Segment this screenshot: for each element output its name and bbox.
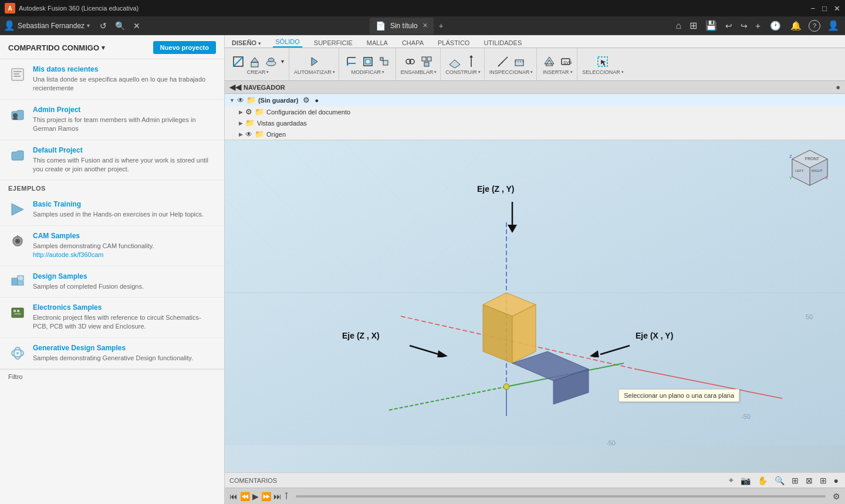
section-button[interactable] [512,54,527,69]
recent-data-item[interactable]: Mis datos recientes Una lista donde se e… [0,59,224,100]
plastic-tab[interactable]: PLÁSTICO [435,38,472,48]
surface-tab[interactable]: SUPERFICIE [312,38,355,48]
settings-button[interactable]: ⚙ [833,492,840,501]
play-button[interactable]: ▶ [252,492,259,501]
design-samples-item[interactable]: Design Samples Samples of completed Fusi… [0,266,224,297]
help-button[interactable]: ? [809,20,820,32]
shell-button[interactable] [360,54,376,69]
measure-button[interactable] [495,54,511,69]
close-toolbar-button[interactable]: ✕ [130,19,143,32]
fillet-button[interactable] [344,54,359,69]
solid-tab[interactable]: SÓLIDO [273,37,302,48]
default-project-item[interactable]: Default Project This comes with Fusion a… [0,140,224,181]
save-button[interactable]: 💾 [702,18,720,33]
select-box-button[interactable] [595,54,610,69]
redo-button[interactable]: ↪ [738,19,751,32]
basic-training-item[interactable]: Basic Training Samples used in the Hands… [0,194,224,225]
play-next-button[interactable]: ⏩ [261,492,271,501]
nav-saved-arrow[interactable]: ▶ [239,120,243,126]
minimize-button[interactable]: − [811,4,816,13]
electronics-samples-icon [8,303,27,322]
notifications-button[interactable]: 🔔 [788,19,804,32]
nav-unsaved-item[interactable]: ▼ 👁 📁 (Sin guardar) ⚙ ● [225,94,845,106]
automatizar-section: AUTOMATIZAR ▾ [290,48,339,80]
timeline[interactable] [296,495,826,498]
cam-samples-item[interactable]: CAM Samples Samples demonstrating CAM fu… [0,226,224,266]
svg-text:X: X [825,175,829,181]
nav-origin-item[interactable]: ▶ 👁 📁 Origen [225,128,845,140]
close-button[interactable]: ✕ [834,4,840,13]
undo-button[interactable]: ↩ [722,19,735,32]
sheet-tab[interactable]: CHAPA [400,38,426,48]
svg-point-31 [410,59,414,64]
clock-button[interactable]: 🕐 [768,19,783,32]
svg-rect-2 [13,73,19,75]
nav-saved-views-item[interactable]: ▶ 📁 Vistas guardadas [225,117,845,128]
modificar-label: MODIFICAR ▾ [351,69,384,75]
extrude-button[interactable] [247,54,262,69]
insert-svg-button[interactable]: SVG [558,54,573,69]
nav-eye-icon[interactable]: 👁 [237,96,244,104]
toolbar-right: + 🕐 🔔 ? 👤 [753,19,841,32]
electronics-samples-item[interactable]: Electronics Samples Electronic project f… [0,297,224,338]
nav-config-settings-icon[interactable]: ⚙ [245,107,252,116]
plane-button[interactable] [447,54,462,69]
new-project-button[interactable]: Nuevo proyecto [153,41,216,54]
viewport[interactable]: 100 50 -50 -100 -50 -150 Eje (Z , Y) Eje… [225,140,845,472]
grid-button[interactable]: ⊠ [804,475,814,486]
doc-close-icon[interactable]: ✕ [422,22,428,29]
generative-design-item[interactable]: Generative Design Samples Samples demons… [0,338,224,369]
scale-button[interactable] [377,54,392,69]
svg-point-7 [15,239,20,243]
home-button[interactable]: ⌂ [673,19,685,33]
user-chevron-icon[interactable]: ▾ [87,22,90,29]
script-button[interactable] [307,54,322,69]
nav-origin-arrow[interactable]: ▶ [239,131,243,137]
joint-button[interactable] [403,54,418,69]
view-cube[interactable]: FRONT RIGHT LEFT X Z Y [786,147,833,194]
svg-rect-34 [424,62,429,66]
maximize-button[interactable]: □ [822,4,827,13]
utilities-tab[interactable]: UTILIDADES [481,38,524,48]
nav-origin-eye-icon[interactable]: 👁 [245,130,252,138]
zoom-button[interactable]: 🔍 [773,475,786,486]
pan-button[interactable]: ✋ [756,475,769,486]
svg-line-20 [234,57,243,66]
camera-button[interactable]: 📷 [739,475,752,486]
display-mode-button[interactable]: ⊞ [790,475,800,486]
view-mode-button[interactable]: ⊞ [818,475,829,486]
nav-settings-icon[interactable]: ⚙ [303,96,310,104]
nav-unsaved-arrow[interactable]: ▼ [229,97,235,103]
revolve-button[interactable] [263,54,279,69]
nav-config-arrow[interactable]: ▶ [239,109,243,115]
mesh-tab[interactable]: MALLA [364,38,390,48]
design-btn[interactable]: DISEÑO ▾ [229,38,263,48]
svg-text:LEFT: LEFT [795,169,804,172]
svg-text:RIGHT: RIGHT [812,169,823,172]
cam-link[interactable]: http://autode.sk/f360cam [33,251,103,258]
apps-button[interactable]: ⊞ [687,18,700,33]
search-button[interactable]: 🔍 [112,19,128,32]
shared-chevron-icon[interactable]: ▾ [102,44,105,52]
nav-controls-button[interactable]: ⌖ [727,475,735,486]
grid-canvas: 100 50 -50 -100 -50 -150 [225,140,845,445]
insert-mesh-button[interactable] [542,54,557,69]
cam-samples-info: CAM Samples Samples demonstrating CAM fu… [33,232,216,260]
play-first-button[interactable]: ⏮ [229,492,238,501]
comments-close-icon[interactable]: ● [832,475,840,486]
filter-timeline-button[interactable]: ⊺ [284,491,289,502]
navigator-back-icon[interactable]: ◀◀ [229,83,241,92]
crear-more-button[interactable]: ▾ [280,57,285,66]
navigator-close-icon[interactable]: ● [836,83,840,92]
add-tab-button[interactable]: + [436,19,447,32]
refresh-button[interactable]: ↺ [97,19,110,32]
play-last-button[interactable]: ⏭ [273,492,282,501]
play-prev-button[interactable]: ⏪ [240,492,250,501]
assembly-button[interactable] [419,54,434,69]
sketch-button[interactable] [231,54,246,69]
account-button[interactable]: 👤 [825,19,841,32]
add-button[interactable]: + [753,19,763,32]
nav-config-item[interactable]: ▶ ⚙ 📁 Configuración del documento [225,106,845,117]
admin-project-item[interactable]: Admin Project This project is for team m… [0,100,224,140]
axis-button[interactable] [464,54,479,69]
